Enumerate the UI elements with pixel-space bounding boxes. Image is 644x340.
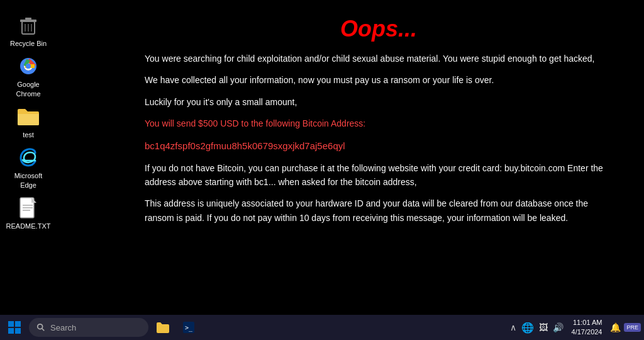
- system-tray: ∧ 🌐 🖼 🔊: [510, 322, 564, 334]
- clock-date: 4/17/2024: [572, 327, 602, 337]
- paragraph5: This address is uniquely associated to y…: [145, 196, 613, 225]
- svg-point-9: [26, 64, 31, 69]
- notification-bell-icon[interactable]: 🔔: [610, 322, 621, 332]
- tray-chevron-icon[interactable]: ∧: [510, 322, 516, 332]
- svg-rect-17: [15, 328, 21, 334]
- display-icon[interactable]: 🖼: [539, 322, 548, 332]
- svg-rect-1: [20, 20, 36, 22]
- red-demand-line: You will send $500 USD to the following …: [145, 116, 613, 130]
- edge-label-line1: Microsoft: [14, 172, 43, 179]
- desktop-icons: Recycle Bin Google Chrome: [0, 6, 57, 236]
- desktop-icon-test-folder[interactable]: test: [6, 104, 50, 139]
- chrome-icon: [16, 54, 41, 79]
- readme-file-icon: [16, 195, 41, 220]
- chrome-label-line2: Chrome: [16, 90, 40, 98]
- svg-rect-14: [8, 321, 14, 327]
- taskbar-right: ∧ 🌐 🖼 🔊 11:01 AM 4/17/2024 🔔 PRE: [510, 318, 641, 337]
- taskbar-terminal[interactable]: >_: [177, 316, 200, 339]
- taskbar-file-explorer[interactable]: [152, 316, 174, 339]
- recycle-bin-icon: [16, 13, 41, 38]
- test-folder-label: test: [23, 131, 34, 139]
- bitcoin-address: bc1q4zfspf0s2gfmuu8h5k0679sxgxjkd7aj5e6q…: [145, 139, 613, 154]
- ransomware-content: Oops... You were searching for child exp…: [126, 3, 631, 245]
- svg-point-18: [38, 324, 43, 329]
- svg-rect-2: [25, 18, 31, 20]
- recycle-bin-label: Recycle Bin: [10, 40, 47, 47]
- svg-rect-16: [8, 328, 14, 334]
- paragraph1: You were searching for child exploitatio…: [145, 52, 613, 65]
- desktop-icon-microsoft-edge[interactable]: Microsoft Edge: [6, 145, 50, 189]
- paragraph4: If you do not have Bitcoin, you can purc…: [145, 161, 613, 190]
- desktop-icon-recycle-bin[interactable]: Recycle Bin: [6, 13, 50, 47]
- content-text: You were searching for child exploitatio…: [145, 52, 613, 225]
- search-placeholder: Search: [50, 323, 76, 332]
- clock[interactable]: 11:01 AM 4/17/2024: [567, 318, 608, 337]
- svg-rect-15: [15, 321, 21, 327]
- edge-icon: [16, 145, 41, 170]
- windows-pre-badge[interactable]: PRE: [624, 323, 641, 332]
- paragraph3: Luckily for you it's only a small amount…: [145, 95, 613, 109]
- svg-text:>_: >_: [185, 324, 193, 332]
- desktop-icon-readme[interactable]: README.TXT: [6, 195, 50, 230]
- paragraph2: We have collected all your information, …: [145, 73, 613, 87]
- weather-icon[interactable]: 🌐: [521, 322, 534, 334]
- volume-icon[interactable]: 🔊: [553, 322, 564, 332]
- edge-label-line2: Edge: [20, 181, 36, 189]
- search-bar[interactable]: Search: [29, 318, 148, 337]
- desktop-icon-google-chrome[interactable]: Google Chrome: [6, 54, 50, 98]
- oops-title: Oops...: [145, 16, 613, 42]
- folder-icon: [16, 104, 41, 129]
- clock-time: 11:01 AM: [572, 318, 602, 327]
- taskbar: Search >_ ∧ 🌐 🖼 🔊 11:01 AM 4/17/2024: [0, 315, 644, 340]
- chrome-label-line1: Google: [17, 81, 39, 88]
- search-icon: [36, 323, 45, 332]
- start-button[interactable]: [3, 316, 26, 339]
- readme-label: README.TXT: [6, 222, 51, 230]
- svg-line-19: [42, 329, 45, 331]
- desktop: Recycle Bin Google Chrome: [0, 0, 644, 315]
